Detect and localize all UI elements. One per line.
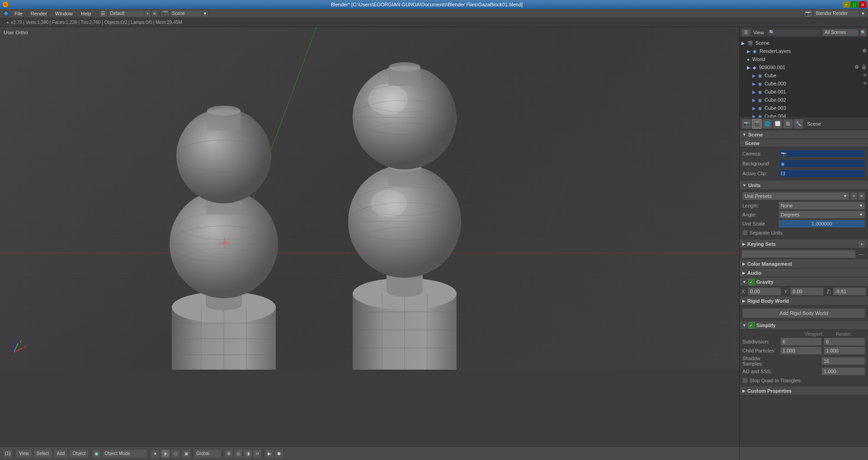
tree-item-cube004[interactable]: ▶ ◼ Cube.004 xyxy=(740,112,868,117)
presets-delete-btn[interactable]: ✕ xyxy=(858,192,865,200)
keying-sets-header[interactable]: ▶ Keying Sets + xyxy=(740,239,868,249)
scene-subsection-header[interactable]: Scene xyxy=(740,139,868,147)
keying-add-btn[interactable]: + xyxy=(858,240,865,248)
tree-item-renderlayers[interactable]: ▶ ◉ RenderLayers xyxy=(740,47,868,55)
outliner-scenes-dropdown[interactable]: All Scenes xyxy=(822,29,859,36)
menu-render[interactable]: Render xyxy=(27,10,51,17)
gravity-z-field[interactable]: -9.81 xyxy=(833,287,866,296)
outliner-search-btn[interactable]: 🔍 xyxy=(860,29,866,36)
add-menu-btn[interactable]: Add xyxy=(54,449,68,458)
object-mode-dropdown[interactable]: Object Mode xyxy=(102,449,147,458)
layout-remove-btn[interactable]: ✕ xyxy=(151,10,158,17)
outliner-view-btn[interactable]: ☰ xyxy=(741,29,750,36)
gravity-header[interactable]: ▼ ✓ Gravity xyxy=(740,277,868,286)
scene-dropdown[interactable]: Scene xyxy=(170,10,202,17)
viewport-render-icon[interactable]: ▣ xyxy=(182,449,191,458)
angle-dropdown[interactable]: Degrees ▼ xyxy=(778,211,865,219)
scene-icon[interactable]: 🎬 xyxy=(160,10,170,17)
outliner-search[interactable]: 🔍 xyxy=(767,29,821,36)
minimize-button[interactable]: − xyxy=(843,1,850,8)
lock-icon-909090[interactable] xyxy=(862,64,868,70)
play-icon[interactable]: ▶ xyxy=(265,449,274,458)
child-particles-render-field[interactable]: 1.000 xyxy=(824,347,865,355)
tree-item-cube[interactable]: ▶ ◼ Cube 👁 xyxy=(740,71,868,80)
eye-icon-909090[interactable] xyxy=(854,64,860,70)
tree-item-scene[interactable]: ▶ 🎬 Scene xyxy=(740,39,868,47)
child-particles-label: Child Particles: xyxy=(742,348,778,353)
onion-icon[interactable]: ◑ xyxy=(243,449,252,458)
add-rigid-body-world-btn[interactable]: Add Rigid Body World xyxy=(742,308,865,318)
simplify-checkbox-icon[interactable]: ✓ xyxy=(748,322,755,329)
audio-header[interactable]: ▶ Audio xyxy=(740,268,868,277)
scene-section-arrow: ▼ xyxy=(742,132,746,137)
viewport-solid-icon[interactable]: ◈ xyxy=(161,449,170,458)
child-particles-viewport-field[interactable]: 1.000 xyxy=(780,347,822,355)
color-management-header[interactable]: ▶ Color Management xyxy=(740,259,868,268)
cube-visible-icon[interactable]: 👁 xyxy=(863,73,868,78)
modifier-props-icon[interactable]: 🔧 xyxy=(793,119,803,129)
tree-item-cube003[interactable]: ▶ ◼ Cube.003 xyxy=(740,104,868,112)
view-menu-btn[interactable]: View xyxy=(16,449,32,458)
color-management-title: Color Management xyxy=(747,261,792,267)
scene-menu-btn[interactable]: ▼ xyxy=(202,10,208,17)
close-button[interactable]: ✕ xyxy=(859,1,866,8)
layout-dropdown[interactable]: Default xyxy=(108,10,144,17)
layout-icon-btn[interactable]: ☰ xyxy=(99,10,108,17)
constraints-props-icon[interactable]: ⛓ xyxy=(783,119,793,129)
object-props-icon[interactable]: ⬜ xyxy=(773,119,783,129)
scene-section-header[interactable]: ▼ Scene xyxy=(740,130,868,139)
viewport-shade-icon[interactable]: ● xyxy=(151,449,160,458)
unit-presets-dropdown[interactable]: Unit Presets ▼ xyxy=(742,192,849,200)
maximize-button[interactable]: □ xyxy=(851,1,858,8)
active-clip-value[interactable]: 🎞 xyxy=(778,169,865,178)
tree-item-909090[interactable]: ▶ ◆ 909090.001 xyxy=(740,63,868,71)
gravity-y-field[interactable]: 0.00 xyxy=(790,287,824,296)
gravity-x-field[interactable]: 0.00 xyxy=(748,287,781,296)
object-mode-icon[interactable]: ◉ xyxy=(92,449,101,458)
camera-value[interactable]: 📷 xyxy=(778,150,865,158)
shadow-samples-field[interactable]: 16 xyxy=(821,357,865,365)
scene-props-icon[interactable]: 🎬 xyxy=(752,119,762,129)
blender-menu-icon[interactable]: 🔷 xyxy=(2,9,10,18)
subdivision-viewport-field[interactable]: 6 xyxy=(780,338,822,346)
record-icon[interactable]: ⏺ xyxy=(274,449,283,458)
gravity-checkbox-icon[interactable]: ✓ xyxy=(748,279,755,285)
cube000-visible-icon[interactable]: 👁 xyxy=(863,81,868,86)
snap-icon[interactable]: ⊕ xyxy=(224,449,233,458)
render-icon[interactable]: 📷 xyxy=(804,10,813,17)
unit-scale-slider[interactable]: 1.000000 xyxy=(778,220,865,228)
render-engine-dropdown[interactable]: Blender Render xyxy=(814,10,859,17)
layout-add-btn[interactable]: + xyxy=(145,10,151,17)
units-content: Unit Presets ▼ + ✕ Length: None ▼ Angle:… xyxy=(740,190,868,239)
separate-units-checkbox[interactable] xyxy=(742,230,748,235)
viewport-wire-icon[interactable]: ⬡ xyxy=(171,449,180,458)
ao-sss-field[interactable]: 1.000 xyxy=(821,367,865,376)
subdivision-render-field[interactable]: 6 xyxy=(824,338,865,346)
tree-item-cube001[interactable]: ▶ ◼ Cube.001 xyxy=(740,88,868,96)
units-section-header[interactable]: ▼ Units xyxy=(740,181,868,190)
background-value[interactable]: ◉ xyxy=(778,160,865,168)
tree-item-cube002[interactable]: ▶ ◼ Cube.002 xyxy=(740,96,868,104)
viewport-3d[interactable]: X Y Z User Ortho xyxy=(0,27,739,370)
tree-item-cube000[interactable]: ▶ ◼ Cube.000 👁 xyxy=(740,80,868,88)
stop-quad-checkbox[interactable] xyxy=(742,378,748,383)
menu-window[interactable]: Window xyxy=(52,10,76,17)
rigid-body-header[interactable]: ▶ Rigid Body World xyxy=(740,296,868,305)
menu-file[interactable]: File xyxy=(11,10,26,17)
world-props-icon[interactable]: 🌐 xyxy=(762,119,772,129)
proportional-icon[interactable]: ◎ xyxy=(234,449,243,458)
object-menu-btn[interactable]: Object xyxy=(69,449,89,458)
length-dropdown[interactable]: None ▼ xyxy=(778,202,865,210)
render-engine-menu-btn[interactable]: ▼ xyxy=(860,10,866,17)
simplify-header[interactable]: ▼ ✓ Simplify xyxy=(740,321,868,330)
keying-dropdown[interactable] xyxy=(741,250,856,258)
eye-icon-renderlayers[interactable] xyxy=(862,48,868,54)
tree-item-world[interactable]: ● World xyxy=(740,55,868,63)
custom-properties-header[interactable]: ▶ Custom Properties xyxy=(740,386,868,395)
menu-help[interactable]: Help xyxy=(77,10,95,17)
select-menu-btn[interactable]: Select xyxy=(33,449,52,458)
render-props-icon[interactable]: 📷 xyxy=(741,119,751,129)
presets-save-btn[interactable]: + xyxy=(850,192,858,200)
mirror-icon[interactable]: ⇔ xyxy=(253,449,262,458)
transform-space-dropdown[interactable]: Global xyxy=(194,449,221,458)
